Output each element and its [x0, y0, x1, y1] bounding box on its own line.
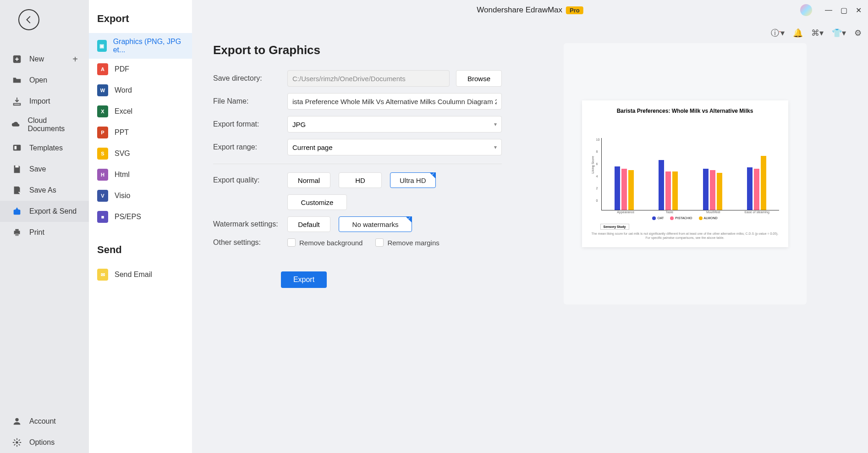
- chart-footnote: The mean liking score for oat milk is no…: [591, 232, 779, 240]
- form-title: Export to Graphics: [213, 43, 502, 57]
- word-icon: W: [97, 84, 108, 96]
- ppt-icon: P: [97, 127, 108, 138]
- x-axis-labels: AppearanceTasteMouthfeelEase of steaming: [604, 210, 779, 214]
- import-icon: [11, 95, 23, 107]
- ps-icon: ■: [97, 211, 108, 223]
- format-select[interactable]: JPG: [287, 116, 502, 133]
- watermark-default[interactable]: Default: [287, 216, 330, 232]
- nav-import[interactable]: Import: [0, 91, 89, 112]
- format-graphics[interactable]: ▣ Graphics (PNG, JPG et...: [89, 33, 192, 59]
- print-icon: [11, 226, 23, 238]
- format-label: Export format:: [213, 120, 281, 128]
- watermark-label: Watermark settings:: [213, 220, 281, 228]
- nav-templates[interactable]: Templates: [0, 138, 89, 159]
- minimize-button[interactable]: —: [825, 6, 832, 14]
- filename-label: File Name:: [213, 97, 281, 105]
- settings-gear-icon[interactable]: ⚙: [854, 28, 862, 38]
- y-axis-label: Liking Score: [591, 156, 594, 174]
- save-icon: [11, 163, 23, 175]
- send-email[interactable]: ✉ Send Email: [89, 264, 192, 285]
- visio-icon: V: [97, 190, 108, 202]
- format-ppt[interactable]: P PPT: [89, 122, 192, 143]
- quality-hd[interactable]: HD: [339, 172, 382, 188]
- nav-open[interactable]: Open: [0, 70, 89, 91]
- nav-save[interactable]: Save: [0, 159, 89, 180]
- bell-icon[interactable]: 🔔: [793, 28, 803, 38]
- shirt-icon[interactable]: 👕▾: [832, 28, 846, 38]
- format-label: Word: [115, 86, 132, 94]
- range-select[interactable]: Current page: [287, 139, 502, 155]
- format-excel[interactable]: X Excel: [89, 101, 192, 122]
- nav-options[interactable]: Options: [0, 432, 89, 453]
- export-button[interactable]: Export: [281, 271, 327, 288]
- range-label: Export range:: [213, 143, 281, 151]
- pro-badge: Pro: [566, 6, 583, 14]
- format-pseps[interactable]: ■ PS/EPS: [89, 206, 192, 227]
- nav-export-send[interactable]: Export & Send: [0, 201, 89, 222]
- plus-icon[interactable]: +: [72, 54, 78, 65]
- svg-point-8: [15, 418, 18, 421]
- browse-button[interactable]: Browse: [456, 70, 502, 87]
- nav-save-as[interactable]: Save As: [0, 180, 89, 201]
- app-title: Wondershare EdrawMax: [477, 6, 562, 15]
- format-html[interactable]: H Html: [89, 164, 192, 185]
- save-dir-label: Save directory:: [213, 74, 281, 83]
- nav-print[interactable]: Print: [0, 222, 89, 243]
- nav-new[interactable]: New +: [0, 49, 89, 70]
- back-button[interactable]: [18, 9, 39, 30]
- other-label: Other settings:: [213, 238, 281, 247]
- svg-rect-3: [15, 166, 18, 168]
- svg-rect-7: [15, 233, 18, 236]
- nav-label: Account: [29, 417, 56, 425]
- nav-label: Export & Send: [29, 207, 77, 215]
- nav-account[interactable]: Account: [0, 411, 89, 432]
- format-label: Send Email: [115, 271, 152, 279]
- svg-icon: S: [97, 148, 108, 160]
- command-icon[interactable]: ⌘▾: [811, 28, 824, 38]
- checkbox-icon: [287, 238, 296, 247]
- export-heading: Export: [89, 10, 192, 33]
- preview-card: Barista Preferences: Whole Milk vs Alter…: [564, 43, 807, 304]
- save-dir-input[interactable]: [287, 70, 450, 87]
- format-label: Graphics (PNG, JPG et...: [113, 38, 184, 54]
- chart-preview: Barista Preferences: Whole Milk vs Alter…: [582, 100, 788, 247]
- maximize-button[interactable]: ▢: [841, 6, 847, 15]
- filename-input[interactable]: [287, 93, 502, 110]
- pdf-icon: A: [97, 63, 108, 75]
- folder-icon: [11, 74, 23, 86]
- quality-customize[interactable]: Customize: [287, 194, 347, 210]
- format-word[interactable]: W Word: [89, 80, 192, 101]
- format-label: PDF: [115, 65, 129, 73]
- format-label: PPT: [115, 128, 129, 137]
- remove-background-checkbox[interactable]: Remove background: [287, 238, 363, 247]
- form-divider: [213, 164, 502, 164]
- image-icon: ▣: [97, 40, 107, 52]
- nav-label: Templates: [29, 144, 63, 152]
- format-label: Visio: [115, 192, 130, 200]
- nav-label: Print: [29, 228, 44, 237]
- send-heading: Send: [89, 241, 192, 264]
- format-label: Excel: [115, 107, 132, 116]
- format-visio[interactable]: V Visio: [89, 185, 192, 206]
- format-pdf[interactable]: A PDF: [89, 59, 192, 80]
- nav-label: Import: [29, 97, 50, 105]
- export-icon: [11, 205, 23, 217]
- excel-icon: X: [97, 105, 108, 117]
- gear-icon: [11, 436, 23, 448]
- svg-rect-6: [15, 229, 18, 231]
- user-avatar[interactable]: [800, 4, 812, 16]
- titlebar: Wondershare EdrawMax Pro — ▢ ✕: [192, 0, 868, 20]
- export-form: Export to Graphics Save directory: Brows…: [213, 43, 502, 439]
- help-icon[interactable]: ⓘ•▾: [771, 28, 785, 39]
- chart-title: Barista Preferences: Whole Milk vs Alter…: [591, 108, 779, 114]
- watermark-none[interactable]: No watermarks: [339, 216, 412, 232]
- nav-cloud-documents[interactable]: Cloud Documents: [0, 112, 89, 138]
- format-label: SVG: [115, 149, 130, 158]
- quality-label: Export quality:: [213, 176, 281, 184]
- quality-normal[interactable]: Normal: [287, 172, 330, 188]
- format-svg[interactable]: S SVG: [89, 143, 192, 164]
- quality-ultra-hd[interactable]: Ultra HD: [390, 172, 436, 188]
- close-button[interactable]: ✕: [856, 6, 862, 15]
- remove-margins-checkbox[interactable]: Remove margins: [375, 238, 439, 247]
- checkbox-icon: [375, 238, 384, 247]
